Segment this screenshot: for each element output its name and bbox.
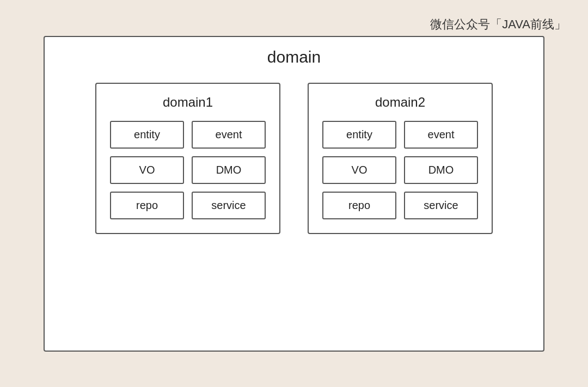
domain1-cell-dmo: DMO	[192, 156, 266, 184]
domain1-grid: entity event VO DMO repo service	[110, 121, 266, 219]
domain2-cell-event: event	[404, 121, 478, 149]
domain2-cell-entity: entity	[322, 121, 396, 149]
domain2-cell-repo: repo	[322, 192, 396, 219]
domain-title: domain	[267, 48, 321, 66]
domain2-cell-dmo: DMO	[404, 156, 478, 184]
domains-row: domain1 entity event VO DMO repo service…	[95, 83, 493, 234]
domain1-cell-event: event	[192, 121, 266, 149]
domain2-title: domain2	[375, 95, 425, 110]
outer-domain-box: domain domain1 entity event VO DMO repo …	[44, 36, 544, 352]
watermark-text: 微信公众号「JAVA前线」	[430, 16, 566, 33]
domain1-cell-repo: repo	[110, 192, 184, 219]
domain2-cell-service: service	[404, 192, 478, 219]
domain2-grid: entity event VO DMO repo service	[322, 121, 478, 219]
domain1-cell-vo: VO	[110, 156, 184, 184]
domain1-cell-entity: entity	[110, 121, 184, 149]
domain1-title: domain1	[163, 95, 213, 110]
domain1-cell-service: service	[192, 192, 266, 219]
domain2-cell-vo: VO	[322, 156, 396, 184]
domain2-box: domain2 entity event VO DMO repo service	[308, 83, 493, 234]
domain1-box: domain1 entity event VO DMO repo service	[95, 83, 280, 234]
